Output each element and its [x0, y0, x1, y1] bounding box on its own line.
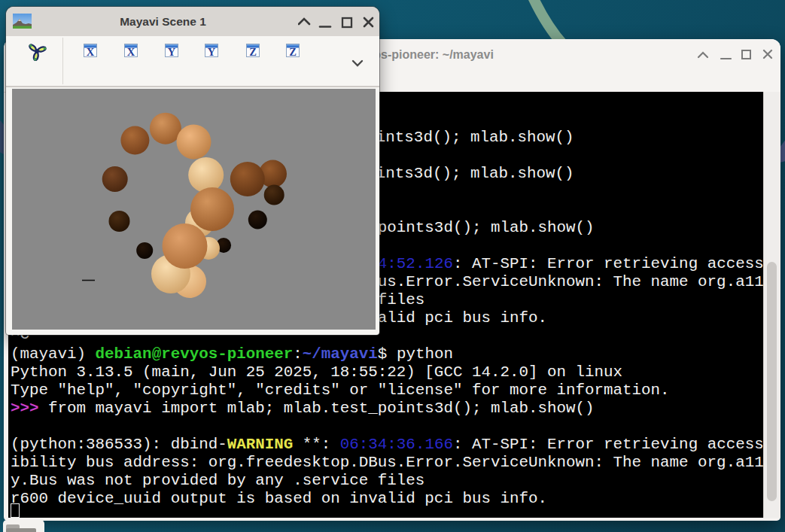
- svg-text:Y: Y: [208, 46, 216, 58]
- svg-text:X: X: [127, 46, 135, 58]
- svg-text:Z: Z: [249, 46, 257, 58]
- svg-text:Z: Z: [289, 46, 297, 58]
- svg-text:Y: Y: [168, 46, 176, 58]
- svg-text:X: X: [87, 46, 95, 58]
